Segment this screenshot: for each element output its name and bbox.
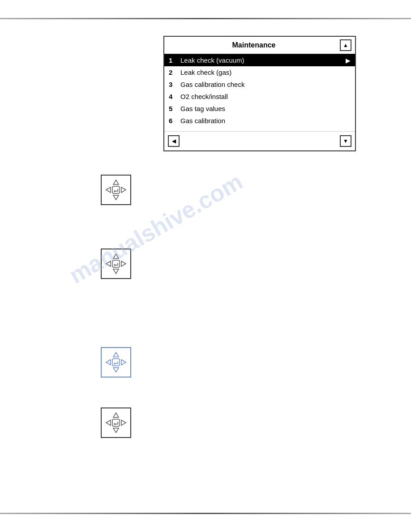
bottom-rule [0,513,411,514]
menu-item-num-3: 3 [169,81,178,88]
svg-marker-0 [113,180,119,184]
maintenance-menu: Maintenance ▲ 1Leak check (vacuum)▶2Leak… [163,36,356,151]
svg-marker-17 [106,420,111,425]
scroll-up-button[interactable]: ▲ [340,39,351,51]
dpad-3[interactable] [101,347,131,378]
menu-header: Maintenance ▲ [164,37,355,54]
dpad-2[interactable] [101,249,131,279]
menu-item-num-2: 2 [169,69,178,76]
svg-marker-16 [113,428,119,433]
svg-marker-3 [121,187,126,193]
menu-item-label-3: Gas calibration check [180,81,351,88]
menu-item-6[interactable]: 6Gas calibration [164,115,355,127]
dpad-4[interactable] [101,408,131,438]
svg-marker-15 [113,413,119,417]
menu-item-1[interactable]: 1Leak check (vacuum)▶ [164,54,355,66]
menu-footer: ◀ ▼ [164,131,355,150]
svg-marker-10 [113,352,119,357]
menu-item-num-6: 6 [169,117,178,124]
nav-left-button[interactable]: ◀ [168,135,180,147]
svg-rect-14 [112,359,120,366]
svg-marker-12 [106,360,111,365]
menu-title: Maintenance [168,41,340,49]
svg-marker-7 [106,261,111,266]
menu-item-arrow-1: ▶ [346,57,351,64]
menu-item-num-1: 1 [169,56,178,64]
svg-marker-13 [121,360,126,365]
nav-down-button[interactable]: ▼ [340,135,351,147]
svg-marker-2 [106,187,111,193]
svg-marker-5 [113,254,119,258]
menu-item-3[interactable]: 3Gas calibration check [164,78,355,90]
menu-item-label-6: Gas calibration [180,117,351,124]
svg-marker-1 [113,195,119,200]
svg-marker-11 [113,368,119,372]
menu-item-num-5: 5 [169,105,178,112]
top-rule [0,18,411,19]
watermark: manualshive.com [64,168,247,289]
svg-rect-9 [112,260,120,267]
svg-marker-8 [121,261,126,266]
svg-marker-6 [113,269,119,274]
menu-item-5[interactable]: 5Gas tag values [164,103,355,115]
menu-item-label-1: Leak check (vacuum) [180,56,346,64]
menu-item-label-2: Leak check (gas) [180,69,351,76]
menu-rows: 1Leak check (vacuum)▶2Leak check (gas)3G… [164,54,355,127]
svg-marker-18 [121,420,126,425]
menu-item-label-4: O2 check/install [180,93,351,100]
svg-rect-4 [112,186,120,193]
svg-rect-19 [112,419,120,426]
menu-item-num-4: 4 [169,93,178,100]
menu-item-2[interactable]: 2Leak check (gas) [164,66,355,78]
menu-item-label-5: Gas tag values [180,105,351,112]
menu-item-4[interactable]: 4O2 check/install [164,90,355,103]
dpad-1[interactable] [101,175,131,205]
